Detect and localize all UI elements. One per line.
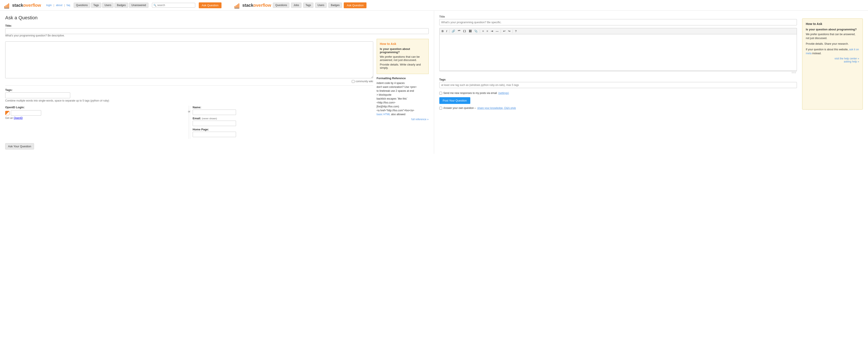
login-link[interactable]: login (46, 4, 52, 7)
toolbar-sep-1 (449, 29, 450, 33)
logo-icon-right (234, 2, 241, 9)
tags-button-right[interactable]: Tags (303, 3, 313, 8)
name-field-group: Name: (193, 106, 373, 115)
openid-section: OpenID Login: Get an OpenID (5, 106, 188, 119)
email-field-group: Email: (never shown) (193, 117, 373, 126)
name-input[interactable] (193, 110, 236, 115)
format-ref-item-9: basic HTML also allowed (377, 113, 429, 116)
formatting-ref-box: Formatting Reference indent code by 4 sp… (377, 77, 429, 121)
image-button[interactable]: 🖼 (468, 29, 472, 33)
how-to-ask-para3: If your question is about this website, … (806, 48, 859, 55)
ask-your-question-button[interactable]: Ask Your Question (5, 143, 34, 149)
share-knowledge-link[interactable]: share your knowledge, Q&A-style (477, 107, 516, 110)
full-reference-row: full reference » (377, 118, 429, 121)
left-panel: Ask a Question Title: What's your progra… (0, 11, 434, 154)
horizontal-button[interactable]: — (495, 29, 499, 33)
link-button[interactable]: 🔗 (451, 29, 456, 33)
how-to-ask-para2: Provide details. Share your research. (806, 42, 859, 46)
format-ref-item-2: don't want colorization? Use <pre> (377, 85, 429, 88)
undo-button[interactable]: ↩ (502, 29, 506, 33)
tags-button[interactable]: Tags (91, 3, 101, 8)
ul-button[interactable]: ≡ (486, 29, 489, 33)
bold-button[interactable]: B (441, 29, 444, 33)
search-icon-left: 🔍 (153, 4, 156, 7)
body-left: community wiki Tags: Combine multiple wo… (5, 39, 373, 149)
send-email-checkbox[interactable] (439, 92, 442, 94)
body-textarea[interactable] (5, 41, 373, 78)
code-button[interactable]: {} (462, 29, 467, 33)
about-link[interactable]: about (56, 4, 62, 7)
how-to-ask-subheading: Is your question about programming? (380, 47, 426, 54)
ask-question-button-left[interactable]: Ask Question (199, 2, 221, 8)
blockquote-button[interactable]: ❝❞ (457, 29, 461, 33)
answer-own-row: Answer your own question – share your kn… (439, 107, 797, 110)
editor-toolbar: B I 🔗 ❝❞ {} 🖼 📎 ≡ ≡ ⇥ — ↩ ↪ (439, 28, 797, 34)
openid-input[interactable] (11, 110, 41, 116)
page-wrapper: Ask a Question Title: What's your progra… (0, 11, 868, 154)
users-button[interactable]: Users (102, 3, 114, 8)
tags-input[interactable] (5, 92, 70, 98)
editor-body[interactable] (439, 34, 797, 71)
search-box-left[interactable]: 🔍 (152, 3, 195, 8)
full-reference-link[interactable]: full reference » (411, 118, 429, 121)
answer-own-label: Answer your own question – (443, 107, 476, 110)
homepage-label: Home Page: (193, 128, 373, 131)
logo-text-left: stackoverflow (12, 3, 41, 8)
ask-question-button-right[interactable]: Ask Question (344, 2, 367, 8)
send-email-row: Send me new responses to my posts via em… (439, 91, 797, 94)
how-to-ask-heading: How to Ask (380, 42, 426, 46)
asking-help-link[interactable]: asking help » (806, 60, 859, 63)
title-input[interactable] (5, 28, 429, 34)
users-button-right[interactable]: Users (315, 3, 327, 8)
ask-on-meta-link[interactable]: ask it on meta (806, 48, 859, 55)
openid-icon (5, 111, 9, 115)
redo-button[interactable]: ↪ (507, 29, 511, 33)
questions-button[interactable]: Questions (74, 3, 90, 8)
basic-html-link[interactable]: basic HTML (377, 113, 391, 116)
openid-link[interactable]: OpenID (14, 116, 23, 119)
search-input-left[interactable] (157, 4, 194, 7)
format-ref-item-5: backtick escapes `like this` (377, 97, 429, 100)
title-hint: What's your programming question? Be des… (5, 34, 429, 37)
post-question-button[interactable]: Post Your Question (439, 97, 470, 104)
right-tags-input[interactable] (439, 82, 797, 88)
openid-input-row (5, 110, 188, 116)
top-navigation: stackoverflow login | about | faq Questi… (0, 0, 868, 11)
right-title-input[interactable] (439, 19, 797, 25)
settings-link[interactable]: (settings) (498, 91, 509, 94)
email-label: Email: (never shown) (193, 117, 373, 120)
logo-icon-left (3, 2, 10, 9)
editor-resize-handle[interactable]: ⠿⠿⠿ (439, 71, 797, 75)
or-divider: or (188, 106, 190, 139)
formatting-sidebar: How to Ask Is your question about progra… (377, 39, 429, 149)
email-input[interactable] (193, 121, 236, 126)
visit-help-center-link[interactable]: visit the help center » (806, 57, 859, 60)
attachment-button[interactable]: 📎 (473, 29, 478, 33)
logo-area-left: stackoverflow (3, 2, 41, 9)
jobs-button-right[interactable]: Jobs (291, 3, 301, 8)
unanswered-button[interactable]: Unanswered (129, 3, 148, 8)
community-wiki-checkbox[interactable] (352, 80, 354, 83)
badges-button-right[interactable]: Badges (328, 3, 342, 8)
send-email-label: Send me new responses to my posts via em… (443, 91, 497, 94)
right-tags-label: Tags (439, 78, 797, 81)
italic-button[interactable]: I (445, 29, 448, 33)
homepage-input[interactable] (193, 132, 236, 137)
formatting-ref-title: Formatting Reference (377, 77, 429, 80)
right-nav-area: stackoverflow Questions Jobs Tags Users … (234, 2, 367, 9)
questions-button-right[interactable]: Questions (273, 3, 289, 8)
tags-hint: Combine multiple words into single-words… (5, 99, 373, 102)
ol-button[interactable]: ≡ (482, 29, 485, 33)
format-ref-item-8: <a href="http://foo.com">foo</a> (377, 109, 429, 112)
faq-link[interactable]: faq (66, 4, 70, 7)
bottom-form: OpenID Login: Get an OpenID or (5, 106, 373, 139)
badges-button[interactable]: Badges (115, 3, 128, 8)
indent-button[interactable]: ⇥ (490, 29, 494, 33)
help-button[interactable]: ? (514, 29, 518, 33)
community-wiki-row: community wiki (5, 80, 373, 83)
right-panel: Title B I 🔗 ❝❞ {} 🖼 📎 ≡ ≡ ⇥ — (434, 11, 868, 154)
svg-rect-9 (235, 8, 239, 8)
answer-own-checkbox[interactable] (439, 107, 442, 110)
name-email-section: Name: Email: (never shown) Home Page: (190, 106, 373, 139)
how-to-ask-links: visit the help center » asking help » (806, 57, 859, 63)
